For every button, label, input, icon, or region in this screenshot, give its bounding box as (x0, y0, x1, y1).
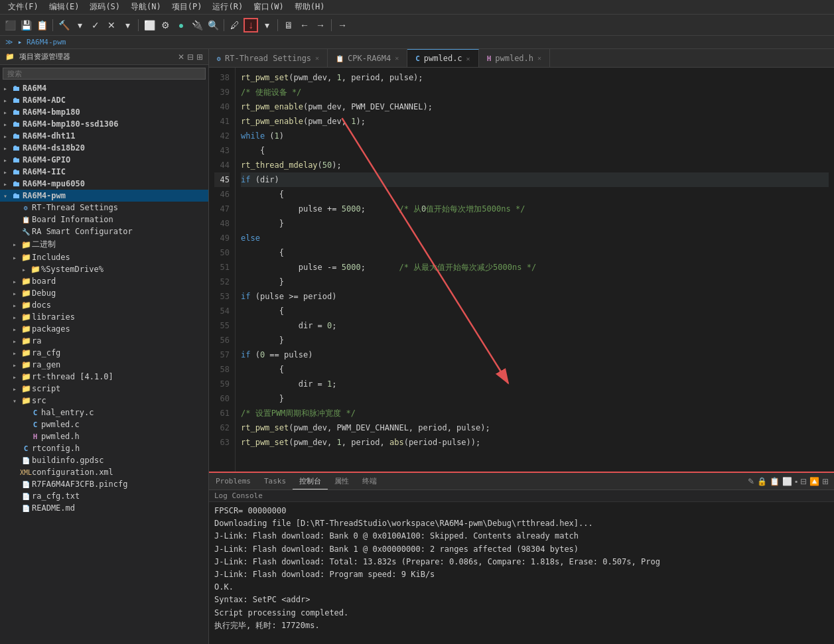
tree-item-icon: 📁 (20, 348, 32, 357)
sidebar-item-hal_entry[interactable]: Chal_entry.c (0, 407, 208, 419)
sidebar-item-src[interactable]: ▾📁src (0, 395, 208, 407)
menu-project[interactable]: 项目(P) (167, 0, 208, 14)
bottom-action-btn-4[interactable]: ▪ (795, 477, 798, 486)
code-line-62: rt_pwm_set(pwm_dev, PWM_DEV_CHANNEL, per… (241, 420, 829, 435)
sidebar-item-board-folder[interactable]: ▸📁board (0, 275, 208, 287)
menu-window[interactable]: 窗口(W) (248, 0, 289, 14)
sidebar-item-ra6m4[interactable]: ▸🖿RA6M4 (0, 82, 208, 94)
toolbar-btn-build[interactable]: 🔨 (56, 18, 71, 32)
tab-close-btn[interactable]: ✕ (315, 54, 319, 62)
sidebar-item-includes[interactable]: ▸📁Includes (0, 251, 208, 263)
menu-run[interactable]: 运行(R) (207, 0, 248, 14)
sidebar-collapse-btn[interactable]: ⊟ (187, 52, 194, 62)
sidebar-item-ra_gen[interactable]: ▸📁ra_gen (0, 359, 208, 371)
toolbar-btn-1[interactable]: ⬛ (3, 18, 17, 32)
sidebar-item-packages[interactable]: ▸📁packages (0, 323, 208, 335)
sidebar-item-pwmled-c[interactable]: Cpwmled.c (0, 419, 208, 430)
sidebar-item-binary[interactable]: ▸📁二进制 (0, 237, 208, 251)
toolbar-btn-fwd[interactable]: → (313, 18, 328, 32)
sidebar-item-ra6m4-gpio[interactable]: ▸🖿RA6M4-GPIO (0, 154, 208, 166)
line-number-49: 49 (214, 231, 230, 245)
sidebar-item-configuration[interactable]: XMLconfiguration.xml (0, 466, 208, 478)
tab-pwmled-c[interactable]: Cpwmled.c✕ (407, 49, 478, 67)
tab-close-btn[interactable]: ✕ (466, 55, 470, 62)
toolbar-btn-square[interactable]: ⬜ (142, 18, 157, 32)
sidebar-item-readme[interactable]: 📄README.md (0, 502, 208, 514)
menu-help[interactable]: 帮助(H) (289, 0, 330, 14)
sidebar-item-script[interactable]: ▸📁script (0, 383, 208, 395)
sidebar-item-ra_cfg[interactable]: ▸📁ra_cfg (0, 347, 208, 359)
breadcrumb-icon: ▸ (18, 38, 23, 46)
sidebar-item-libraries[interactable]: ▸📁libraries (0, 311, 208, 323)
toolbar-btn-x[interactable]: ✕ (104, 18, 119, 32)
line-number-40: 40 (214, 99, 230, 114)
toolbar-btn-cursor[interactable]: 🖊 (228, 18, 242, 32)
sidebar-item-debug[interactable]: ▸📁Debug (0, 287, 208, 299)
toolbar-btn-build2[interactable]: ▾ (72, 18, 87, 32)
sidebar-item-ra6m4-ds18b20[interactable]: ▸🖿RA6M4-ds18b20 (0, 142, 208, 154)
toolbar-btn-back[interactable]: ← (297, 18, 312, 32)
tab-rt-settings[interactable]: ⚙RT-Thread Settings✕ (209, 49, 328, 67)
tree-arrow-icon: ▸ (0, 180, 11, 188)
bottom-tab-Tasks[interactable]: Tasks (257, 474, 293, 488)
bottom-action-btn-7[interactable]: ⊞ (822, 477, 829, 486)
toolbar-btn-3[interactable]: 📋 (35, 18, 49, 32)
sidebar-item-ra6m4-iic[interactable]: ▸🖿RA6M4-IIC (0, 166, 208, 178)
code-content[interactable]: rt_pwm_set(pwm_dev, 1, period, pulse); /… (236, 68, 834, 472)
sidebar-item-docs[interactable]: ▸📁docs (0, 299, 208, 311)
bottom-tab-属性[interactable]: 属性 (328, 474, 356, 489)
sidebar-item-ra6m4-bmp180[interactable]: ▸🖿RA6M4-bmp180 (0, 106, 208, 118)
sidebar-item-ra[interactable]: ▸📁ra (0, 335, 208, 347)
toolbar-btn-2[interactable]: 💾 (19, 18, 33, 32)
tab-close-btn[interactable]: ✕ (395, 54, 399, 62)
bottom-action-btn-6[interactable]: 🔼 (809, 477, 819, 486)
bottom-tab-控制台[interactable]: 控制台 (293, 474, 328, 489)
menu-navigate[interactable]: 导航(N) (125, 0, 167, 14)
sidebar-item-buildinfo[interactable]: 📄buildinfo.gpdsc (0, 454, 208, 466)
sidebar-item-rt-thread-settings[interactable]: ⚙RT-Thread Settings (0, 202, 208, 214)
search-input[interactable] (3, 68, 206, 80)
sidebar-item-ra6m4-pwm[interactable]: ▾🖿RA6M4-pwm (0, 190, 208, 202)
sidebar-expand-btn[interactable]: ⊞ (196, 52, 203, 62)
sidebar-item-systemdrive[interactable]: ▸📁%SystemDrive% (0, 263, 208, 275)
tab-cpk-ra6m4[interactable]: 📋CPK-RA6M4✕ (328, 49, 407, 67)
toolbar-btn-ref[interactable]: ▾ (120, 18, 135, 32)
sidebar-item-rt-thread[interactable]: ▸📁rt-thread [4.1.0] (0, 371, 208, 383)
menu-file[interactable]: 文件(F) (3, 0, 44, 14)
sidebar-close-btn[interactable]: ✕ (178, 52, 184, 62)
tree-arrow-icon: ▸ (0, 157, 11, 164)
bottom-action-btn-3[interactable]: ⬜ (782, 477, 792, 486)
sidebar-item-pincfg[interactable]: 📄R7FA6M4AF3CFB.pincfg (0, 478, 208, 490)
tree-item-icon: H (29, 432, 41, 441)
tab-pwmled-h[interactable]: Hpwmled.h✕ (479, 49, 550, 67)
code-line-42: while (1) (241, 129, 829, 143)
toolbar-btn-chip2[interactable]: 🖥 (281, 18, 296, 32)
toolbar-btn-check[interactable]: ✓ (88, 18, 103, 32)
sidebar-item-pwmled-h[interactable]: Hpwmled.h (0, 430, 208, 442)
toolbar-btn-green[interactable]: ● (174, 18, 188, 32)
menu-source[interactable]: 源码(S) (84, 0, 125, 14)
menu-edit[interactable]: 编辑(E) (44, 0, 85, 14)
bottom-action-btn-0[interactable]: ✎ (748, 477, 754, 486)
toolbar-btn-chip[interactable]: 🔌 (190, 18, 204, 32)
bottom-action-btn-5[interactable]: ⊟ (800, 477, 807, 486)
tab-close-btn[interactable]: ✕ (537, 54, 541, 62)
breadcrumb-project[interactable]: RA6M4-pwm (27, 38, 66, 46)
sidebar-item-board-info[interactable]: 📋Board Information (0, 214, 208, 225)
sidebar-item-rtconfig[interactable]: Crtconfig.h (0, 442, 208, 454)
sidebar-item-ra6m4-dht11[interactable]: ▸🖿RA6M4-dht11 (0, 130, 208, 142)
toolbar-btn-nav[interactable]: → (335, 18, 350, 32)
toolbar-btn-arr[interactable]: ▾ (259, 18, 274, 32)
sidebar-item-ra-smart[interactable]: 🔧RA Smart Configurator (0, 225, 208, 237)
bottom-action-btn-2[interactable]: 📋 (770, 477, 780, 486)
sidebar-item-ra6m4-adc[interactable]: ▸🖿RA6M4-ADC (0, 94, 208, 106)
toolbar-btn-gear[interactable]: ⚙ (158, 18, 173, 32)
toolbar-btn-search[interactable]: 🔍 (206, 18, 220, 32)
bottom-tab-终端[interactable]: 终端 (356, 474, 383, 489)
bottom-action-btn-1[interactable]: 🔒 (757, 477, 767, 486)
toolbar-btn-debug[interactable]: ↓ (243, 18, 258, 32)
sidebar-item-ra6m4-bmp180-ssd1306[interactable]: ▸🖿RA6M4-bmp180-ssd1306 (0, 118, 208, 130)
sidebar-item-ra6m4-mpu6050[interactable]: ▸🖿RA6M4-mpu6050 (0, 178, 208, 190)
sidebar-item-ra_cfg_txt[interactable]: 📄ra_cfg.txt (0, 490, 208, 502)
bottom-tab-Problems[interactable]: Problems (209, 474, 257, 488)
